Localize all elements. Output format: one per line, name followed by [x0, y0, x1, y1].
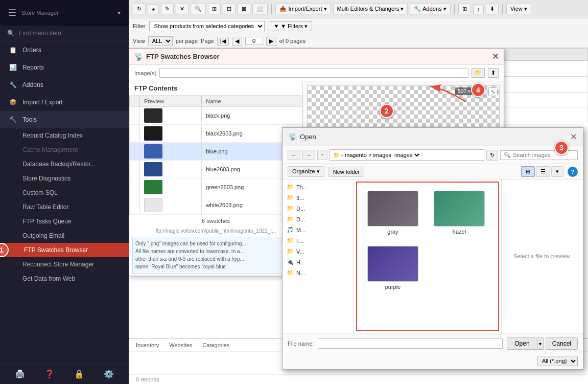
grid-view-button[interactable]: ⊞ [521, 166, 535, 177]
file-item-hazel[interactable]: hazel [429, 188, 490, 238]
next-page-button[interactable]: ▶ [266, 37, 276, 46]
help-icon[interactable]: ❓ [44, 369, 55, 379]
browse-ftp-button[interactable]: 📁 [472, 68, 485, 78]
toolbar-separator [271, 4, 272, 14]
sidebar-sub-item-rebuild-catalog[interactable]: Rebuild Catalog Index [0, 128, 129, 143]
ftp-table-row[interactable]: black.png [130, 107, 302, 125]
ftp-col-name[interactable]: Name [202, 96, 302, 107]
fullscreen-button[interactable]: ⤡ [488, 87, 498, 96]
file-item-gray[interactable]: gray [362, 188, 424, 238]
sidebar-sub-item-raw-table-editor[interactable]: Raw Table Editor [0, 200, 129, 214]
dialog-sidebar-item[interactable]: 📁 Th... [283, 182, 354, 192]
dialog-sidebar-item[interactable]: 📁 D... [283, 203, 354, 214]
view-button[interactable]: View ▾ [506, 4, 531, 14]
prev-page-button[interactable]: ◀ [232, 37, 242, 46]
categories-label[interactable]: Categories [202, 342, 229, 348]
dialog-sidebar-item[interactable]: 🔌 H... [283, 257, 354, 267]
sidebar-sub-item-ftp-swatches-browser[interactable]: FTP Swatches Browser 1 [0, 243, 129, 257]
settings-icon[interactable]: ⚙️ [104, 369, 114, 379]
open-dropdown-button[interactable]: ▾ [537, 337, 544, 350]
dialog-sidebar-item[interactable]: 📁 N... [283, 267, 354, 278]
open-button[interactable]: Open [507, 337, 537, 350]
ftp-modal-close-button[interactable]: ✕ [492, 52, 499, 61]
dialog-sidebar-item[interactable]: 📁 3... [283, 192, 354, 203]
grid-button-2[interactable]: ⊟ [223, 4, 236, 14]
grid-button-4[interactable]: ⬜ [252, 4, 268, 14]
file-item-purple[interactable]: purple [362, 243, 424, 293]
multi-editors-button[interactable]: Multi Editors & Changers ▾ [333, 4, 408, 14]
refresh-button[interactable]: ↻ [133, 4, 146, 14]
addons-toolbar-icon: 🔧 [414, 6, 421, 12]
file-type-select[interactable]: All (*.png) [537, 356, 578, 366]
sidebar-sub-item-get-data-from-web[interactable]: Get Data from Web [0, 272, 129, 286]
filter-select[interactable]: Show products from selected categories [149, 21, 265, 31]
up-button[interactable]: ↑ [317, 150, 327, 160]
swatch-name: black.png [202, 107, 302, 125]
search-button[interactable]: 🔍 [191, 4, 206, 14]
image-path-input[interactable] [159, 69, 468, 78]
per-page-select[interactable]: ALL [148, 36, 173, 46]
sidebar-item-addons[interactable]: 🔧 Addons [0, 76, 129, 94]
ftp-table-row[interactable]: blue2603.png [130, 161, 302, 178]
back-button[interactable]: ← [288, 150, 300, 160]
grid-button-1[interactable]: ⊞ [208, 4, 221, 14]
filter-label: Filter [133, 23, 145, 29]
folder-icon-n: 📁 [287, 269, 294, 276]
forward-button[interactable]: → [302, 150, 315, 160]
addons-button[interactable]: 🔧 Addons ▾ [410, 4, 450, 14]
sidebar-search-input[interactable] [19, 30, 122, 37]
open-dialog-close-button[interactable]: ✕ [570, 132, 577, 142]
sidebar-collapse-icon[interactable]: ▾ [117, 9, 121, 16]
view-dropdown-button[interactable]: ▾ [551, 166, 563, 177]
dialog-sidebar-item[interactable]: 🎵 M... [283, 224, 354, 235]
edit-button[interactable]: ✎ [161, 4, 174, 14]
extra-toolbar-btn-3[interactable]: ⬇ [486, 4, 499, 14]
ftp-table-row[interactable]: white2603.png [130, 196, 302, 214]
filters-button[interactable]: ▼ ▼ Filters ▾ [269, 21, 312, 31]
ftp-table-row[interactable]: green2603.png [130, 178, 302, 196]
sidebar-sub-item-outgoing-email[interactable]: Outgoing Email [0, 229, 129, 243]
ftp-table-row[interactable]: black2603.png [130, 125, 302, 143]
ftp-col-preview[interactable]: Preview [140, 96, 202, 107]
refresh-nav-button[interactable]: ↻ [486, 150, 498, 161]
sidebar-item-reports[interactable]: 📊 Reports [0, 59, 129, 76]
dialog-sidebar-item[interactable]: 📁 D... [283, 214, 354, 224]
cancel-button[interactable]: Cancel [546, 337, 578, 350]
lock-icon[interactable]: 🔒 [74, 369, 84, 379]
breadcrumb-dropdown[interactable]: images [392, 151, 421, 159]
purple-label: purple [385, 284, 401, 290]
sidebar-sub-item-reconnect-store[interactable]: Reconnect Store Manager [0, 257, 129, 272]
print-icon[interactable]: 🖨️ [15, 369, 25, 379]
extra-toolbar-btn-2[interactable]: ↕ [473, 4, 484, 14]
grid-button-3[interactable]: ⊠ [238, 4, 250, 14]
sidebar-sub-item-store-diagnostics[interactable]: Store Diagnostics [0, 171, 129, 186]
organize-button[interactable]: Organize ▾ [288, 166, 324, 177]
hamburger-icon[interactable]: ☰ [8, 7, 16, 18]
file-name-input[interactable] [318, 338, 503, 349]
delete-button[interactable]: ✕ [176, 4, 189, 14]
websites-label[interactable]: Websites [169, 342, 192, 348]
dialog-sidebar-item[interactable]: 📁 V... [283, 246, 354, 257]
help-button[interactable]: ? [568, 167, 578, 177]
step-badge-2: 2 [380, 104, 394, 118]
import-export-button[interactable]: 📥 Import/Export ▾ [275, 4, 331, 14]
ftp-table-row-selected[interactable]: blue.png [130, 143, 302, 161]
list-view-button[interactable]: ☰ [536, 166, 550, 177]
blue-folder-icon-5: 📁 [287, 248, 294, 255]
extra-toolbar-btn[interactable]: ⊞ [458, 4, 471, 14]
ftp-swatches-label: FTP Swatches Browser [24, 246, 88, 254]
open-dialog-icon: 📡 [289, 133, 297, 141]
new-folder-button[interactable]: New folder [328, 167, 365, 177]
add-button[interactable]: + [148, 4, 159, 14]
sidebar-item-import-export[interactable]: 📦 Import / Export [0, 94, 129, 111]
inventory-label[interactable]: Inventory [136, 342, 159, 348]
page-input[interactable] [245, 37, 263, 45]
sidebar-item-orders[interactable]: 📋 Orders [0, 41, 129, 59]
sidebar-sub-item-database-backup[interactable]: Database Backup/Restor... [0, 157, 129, 171]
upload-button[interactable]: ⬆ [488, 68, 499, 78]
sidebar-item-tools[interactable]: 🔨 Tools [0, 111, 129, 128]
sidebar-sub-item-custom-sql[interactable]: Custom SQL [0, 186, 129, 200]
sidebar-sub-item-ftp-tasks-queue[interactable]: FTP Tasks Queue [0, 214, 129, 229]
dialog-sidebar-item[interactable]: 📁 F... [283, 235, 354, 246]
first-page-button[interactable]: |◀ [217, 37, 229, 46]
